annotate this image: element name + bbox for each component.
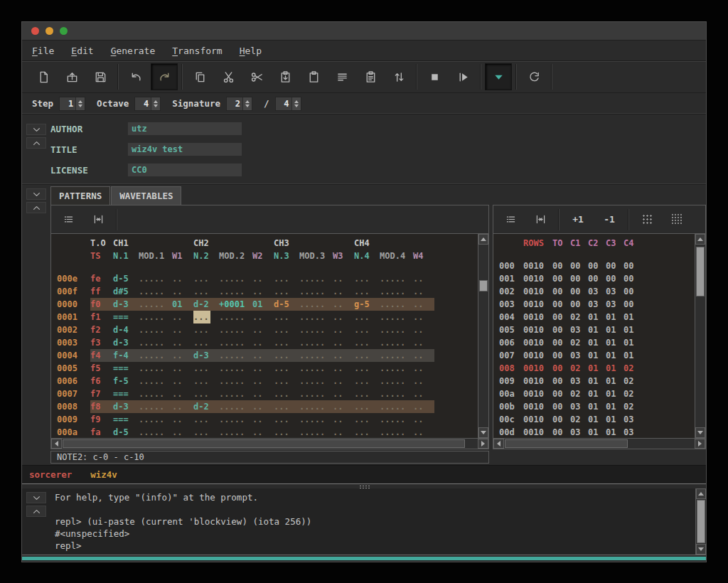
edit-cursor-cell[interactable]: ... [193,311,210,323]
paste-special-button[interactable] [357,63,384,90]
row-address[interactable]: 0004 [57,349,90,362]
pattern-cell[interactable]: ..... [380,311,413,323]
repl-vscrollbar[interactable] [695,488,706,555]
pattern-cell[interactable]: .. [172,413,193,426]
pattern-row[interactable]: 0002f2d-4...............................… [57,323,478,336]
pattern-cell[interactable]: .. [413,311,434,323]
pattern-cell[interactable]: ... [193,413,219,426]
sequence-row[interactable]: 00300100000030300 [499,298,695,311]
pattern-cell[interactable]: ... [354,349,380,362]
row-address[interactable]: 000a [57,426,90,438]
sequence-table-area[interactable]: ROWSTOC1C2C3C400000100000000000001001000… [493,234,695,438]
pattern-cell[interactable]: ..... [299,426,333,438]
sequence-row-address[interactable]: 00d [499,426,523,438]
pattern-cell[interactable]: .. [252,349,274,362]
pattern-cell[interactable]: ... [354,311,380,323]
sequence-cell[interactable]: 0010 [523,323,552,336]
pattern-cell[interactable]: .. [413,323,434,336]
pattern-cell[interactable]: .. [172,323,193,336]
compact-view-button[interactable] [84,208,112,231]
sequence-cell[interactable]: 01 [588,311,606,323]
show-prompt-button[interactable] [485,63,512,90]
copy-button[interactable] [186,63,213,90]
pattern-cell[interactable]: ... [193,387,219,400]
sequence-cell[interactable]: 03 [606,285,623,298]
pattern-cell[interactable]: ..... [380,387,413,400]
pattern-cell[interactable]: .. [413,298,434,311]
spin-down-icon[interactable] [294,105,299,107]
pattern-cell[interactable]: ... [274,426,299,438]
pattern-cell[interactable]: ..... [299,311,333,323]
signature-numerator-arrows[interactable] [242,97,252,110]
reload-button[interactable] [520,63,547,90]
pattern-cell[interactable]: ..... [139,387,172,400]
signature-numerator-spinner[interactable]: 2 [226,97,252,111]
pattern-cell[interactable]: === [113,413,139,426]
sequence-cell[interactable]: 02 [623,362,641,375]
sequence-cell[interactable]: 00 [588,272,606,285]
sequence-cell[interactable]: 0010 [523,362,552,375]
pattern-cell[interactable]: d-3 [113,400,139,413]
pattern-hscrollbar[interactable] [51,438,488,449]
sequence-cell[interactable]: 00 [552,311,570,323]
sequence-row-address[interactable]: 007 [499,349,523,362]
step-spinner[interactable]: 1 [59,97,85,111]
pattern-row[interactable]: 000efed-5...............................… [57,272,478,285]
sequence-cell[interactable]: 03 [606,298,623,311]
sequence-cell[interactable]: 0010 [523,298,552,311]
row-timestamp[interactable]: f3 [90,336,113,349]
sequence-cell[interactable]: 0010 [523,349,552,362]
pattern-cell[interactable]: ..... [380,375,413,387]
title-bar[interactable] [22,22,706,41]
sequence-cell[interactable]: 00 [623,260,641,272]
row-timestamp[interactable]: f7 [90,387,113,400]
pattern-cell[interactable]: ... [193,285,219,298]
pattern-cell[interactable]: .. [333,413,354,426]
row-timestamp[interactable]: ff [90,285,113,298]
sequence-cell[interactable]: 01 [623,311,641,323]
sequence-cell[interactable]: 00 [552,387,570,400]
sequence-row-address[interactable]: 008 [499,362,523,375]
row-timestamp[interactable]: f5 [90,362,113,375]
pattern-cell[interactable]: .. [333,375,354,387]
sequence-row[interactable]: 00100100000000000 [499,272,695,285]
module-tab[interactable]: wiz4v [90,469,117,480]
sequence-row[interactable]: 00400100002010101 [499,311,695,323]
sequence-cell[interactable]: 02 [570,387,588,400]
pattern-cell[interactable]: ... [274,375,299,387]
pattern-cell[interactable]: .. [413,349,434,362]
sequence-cell[interactable]: 01 [606,387,623,400]
pattern-row[interactable]: 000fffd#5...............................… [57,285,478,298]
pattern-cell[interactable]: d-3 [113,336,139,349]
sequence-cell[interactable]: 03 [570,349,588,362]
cut-button[interactable] [215,63,242,90]
pattern-cell[interactable]: .. [252,336,274,349]
pattern-cell[interactable]: .. [333,285,354,298]
pattern-cell[interactable]: ..... [299,272,333,285]
row-address[interactable]: 000f [57,285,90,298]
pattern-cell[interactable]: ..... [139,336,172,349]
pattern-cell[interactable]: .. [333,362,354,375]
sequence-cell[interactable]: 00 [606,272,623,285]
sequence-hscrollbar[interactable] [493,438,705,449]
scroll-right-button[interactable] [478,439,488,449]
sequence-cell[interactable]: 00 [552,298,570,311]
pattern-cell[interactable]: .. [333,426,354,438]
pattern-cell[interactable]: ... [274,413,299,426]
sequence-row-address[interactable]: 009 [499,375,523,387]
row-address[interactable]: 0007 [57,387,90,400]
pattern-cell[interactable]: .. [333,336,354,349]
spin-up-icon[interactable] [294,100,299,103]
pattern-cell[interactable]: ... [354,413,380,426]
paste-over-button[interactable] [300,63,327,90]
sequence-cell[interactable]: 00 [570,260,588,272]
play-pattern-button[interactable] [449,63,476,90]
sequence-cell[interactable]: 00 [552,336,570,349]
sequence-row[interactable]: 00000100000000000 [499,260,695,272]
pattern-cell[interactable]: .. [172,311,193,323]
pattern-cell[interactable]: ..... [380,362,413,375]
pattern-cell[interactable]: .. [413,413,434,426]
pattern-vscrollbar[interactable] [478,234,488,438]
swap-rows-button[interactable] [385,63,412,90]
pattern-cell[interactable]: .. [172,362,193,375]
